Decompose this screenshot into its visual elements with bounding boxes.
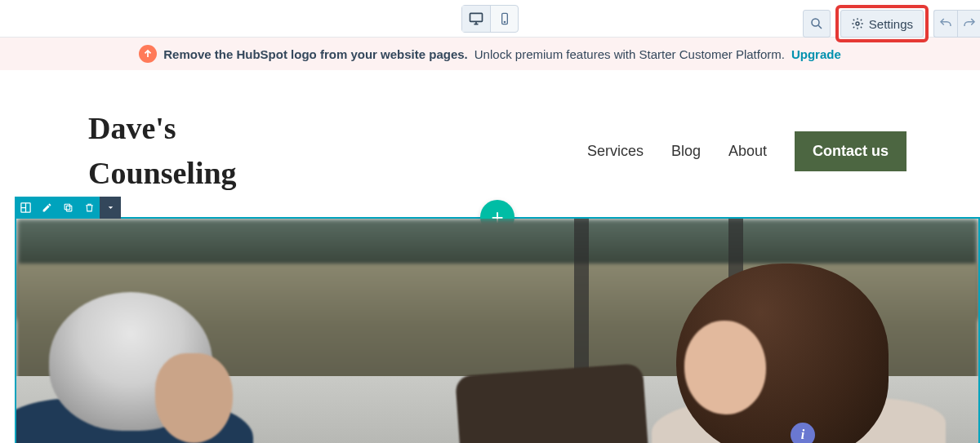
settings-label: Settings (869, 17, 913, 31)
hero-section[interactable]: + i (15, 217, 980, 443)
page-canvas: Dave's Counseling Services Blog About Co… (15, 82, 980, 443)
monitor-icon (468, 11, 484, 27)
upgrade-banner: Remove the HubSpot logo from your websit… (0, 38, 980, 70)
svg-rect-7 (65, 204, 70, 209)
mobile-view-button[interactable] (490, 6, 518, 32)
promo-body-text: Unlock premium features with Starter Cus… (474, 47, 785, 61)
nav-services[interactable]: Services (587, 143, 644, 160)
svg-rect-0 (470, 13, 483, 21)
gear-icon (851, 17, 864, 30)
svg-rect-6 (66, 206, 72, 212)
undo-redo-group (933, 10, 980, 38)
svg-point-2 (504, 21, 505, 22)
chevron-down-icon (106, 203, 115, 212)
search-button[interactable] (803, 10, 831, 38)
undo-button[interactable] (934, 11, 957, 37)
upgrade-icon (139, 45, 157, 63)
arrow-up-icon (142, 48, 154, 60)
columns-icon (20, 202, 32, 214)
search-icon (809, 16, 824, 31)
edit-tool[interactable] (36, 197, 57, 219)
settings-button[interactable]: Settings (840, 10, 924, 38)
clone-tool[interactable] (57, 197, 78, 219)
nav-blog[interactable]: Blog (671, 143, 701, 160)
info-badge[interactable]: i (791, 423, 815, 443)
settings-highlight: Settings (835, 5, 929, 42)
phone-icon (498, 11, 511, 26)
delete-tool[interactable] (78, 197, 100, 219)
svg-point-4 (856, 22, 859, 25)
site-header: Dave's Counseling Services Blog About Co… (15, 82, 980, 217)
copy-icon (63, 202, 74, 213)
undo-icon (938, 16, 953, 31)
more-tool[interactable] (100, 197, 121, 219)
hero-image (16, 219, 978, 443)
pencil-icon (42, 202, 52, 213)
desktop-view-button[interactable] (462, 6, 490, 32)
section-toolbar (15, 197, 121, 219)
site-logo[interactable]: Dave's Counseling (88, 106, 301, 196)
nav-about[interactable]: About (728, 143, 767, 160)
upgrade-link[interactable]: Upgrade (791, 47, 841, 61)
svg-point-3 (812, 19, 819, 26)
device-toggle (461, 5, 519, 33)
promo-bold-text: Remove the HubSpot logo from your websit… (163, 47, 468, 61)
site-nav: Services Blog About Contact us (587, 131, 906, 171)
redo-icon (962, 16, 977, 31)
layout-tool[interactable] (15, 197, 36, 219)
contact-us-button[interactable]: Contact us (795, 131, 906, 171)
trash-icon (84, 202, 95, 213)
redo-button[interactable] (957, 11, 980, 37)
